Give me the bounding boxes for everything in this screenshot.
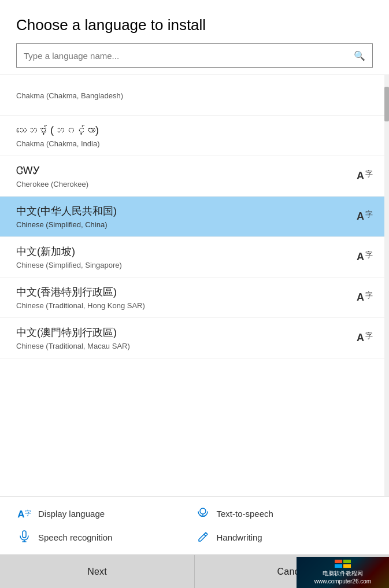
feature-item-text-to-speech: Text-to-speech: [195, 506, 373, 522]
lang-subname: Chinese (Simplified, China): [16, 220, 117, 229]
lang-name: သင်္ဘော (ဘင်္ဂလာ): [16, 123, 100, 138]
lang-badge: A字: [357, 251, 373, 263]
lang-name: ᏣᎳᎩ: [16, 164, 88, 178]
dialog: Choose a language to install 🔍 Chakma (C…: [0, 0, 389, 588]
feature-icon-handwriting: [195, 530, 211, 545]
language-item-cherokee[interactable]: ᏣᎳᎩCherokee (Cherokee)A字: [0, 156, 389, 197]
language-item-chinese-traditional-macau[interactable]: 中文(澳門特別行政區)Chinese (Traditional, Macau S…: [0, 318, 389, 358]
svg-rect-7: [343, 564, 351, 568]
language-list: Chakma (Chakma, Bangladesh)သင်္ဘော (ဘင်္…: [0, 75, 389, 496]
lang-name: 中文(中华人民共和国): [16, 204, 117, 219]
lang-subname: Cherokee (Cherokee): [16, 180, 88, 188]
feature-label-text-to-speech: Text-to-speech: [217, 509, 273, 519]
language-item-chinese-simplified-china[interactable]: 中文(中华人民共和国)Chinese (Simplified, China)A字: [0, 197, 389, 237]
feature-label-handwriting: Handwriting: [217, 532, 262, 542]
lang-badge: A字: [357, 291, 373, 304]
lang-subname: Chinese (Traditional, Hong Kong SAR): [16, 301, 145, 310]
dialog-title: Choose a language to install: [0, 0, 389, 43]
language-item-chakma-india-script[interactable]: Chakma (Chakma, Bangladesh): [0, 75, 389, 116]
scrollbar-track[interactable]: [384, 75, 389, 496]
next-button[interactable]: Next: [0, 555, 194, 588]
search-input[interactable]: [24, 51, 354, 61]
features-bar: A字Display languageText-to-speechSpeech r…: [0, 496, 389, 554]
search-icon: 🔍: [354, 50, 365, 61]
lang-subname: Chinese (Simplified, Singapore): [16, 261, 122, 269]
lang-badge: A字: [357, 332, 373, 344]
lang-subname: Chakma (Chakma, Bangladesh): [16, 91, 123, 100]
search-bar[interactable]: 🔍: [16, 43, 373, 68]
scrollbar-thumb[interactable]: [384, 87, 389, 121]
windows-logo: [335, 560, 351, 568]
language-item-chakma-india[interactable]: သင်္ဘော (ဘင်္ဂလာ)Chakma (Chakma, India): [0, 116, 389, 156]
lang-badge: A字: [357, 210, 373, 223]
feature-icon-speech-recognition: [16, 530, 32, 545]
lang-name: 中文(香港特別行政區): [16, 285, 145, 299]
svg-rect-4: [335, 560, 342, 563]
svg-rect-6: [335, 564, 342, 568]
feature-item-speech-recognition: Speech recognition: [16, 530, 195, 545]
feature-icon-display-language: A字: [16, 507, 32, 520]
watermark: 电脑软件教程网 www.computer26.com: [297, 557, 389, 588]
language-item-chinese-traditional-hk[interactable]: 中文(香港特別行政區)Chinese (Traditional, Hong Ko…: [0, 278, 389, 318]
svg-rect-0: [200, 508, 206, 514]
feature-label-speech-recognition: Speech recognition: [38, 532, 112, 542]
feature-item-display-language: A字Display language: [16, 506, 195, 522]
lang-subname: Chakma (Chakma, India): [16, 139, 100, 148]
watermark-line1: 电脑软件教程网: [323, 569, 363, 578]
lang-badge: A字: [357, 170, 373, 182]
lang-subname: Chinese (Traditional, Macau SAR): [16, 342, 130, 350]
feature-label-display-language: Display language: [38, 509, 105, 519]
watermark-line2: www.computer26.com: [314, 578, 371, 586]
lang-name: 中文(新加坡): [16, 245, 122, 259]
feature-item-handwriting: Handwriting: [195, 530, 373, 545]
language-item-chinese-simplified-singapore[interactable]: 中文(新加坡)Chinese (Simplified, Singapore)A字: [0, 237, 389, 278]
watermark-bg: 电脑软件教程网 www.computer26.com: [297, 557, 389, 588]
feature-icon-text-to-speech: [195, 506, 211, 522]
svg-rect-5: [343, 560, 351, 563]
lang-name: 中文(澳門特別行政區): [16, 326, 130, 340]
svg-rect-1: [23, 531, 26, 538]
